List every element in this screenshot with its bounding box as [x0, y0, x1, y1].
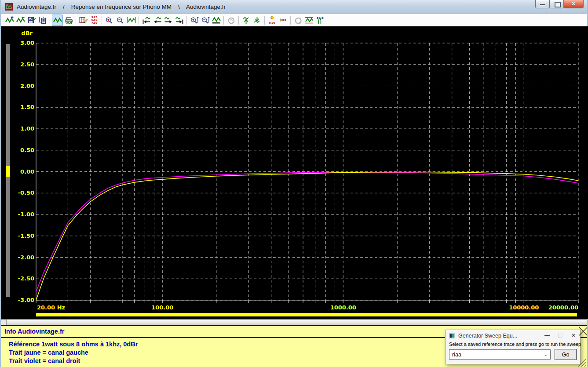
save-trace-button[interactable] — [26, 15, 37, 26]
dialog-title-bar[interactable]: Generator Sweep Equ... — ▢ ✕ — [446, 330, 580, 341]
save-trace-icon — [27, 16, 37, 25]
generator-sweep-dialog: Generator Sweep Equ... — ▢ ✕ Select a sa… — [445, 330, 581, 364]
arrows-inward-icon — [278, 16, 288, 25]
dialog-app-icon — [449, 333, 455, 338]
toolbar-separator — [50, 16, 50, 25]
x-axis-label: 10000.00 — [509, 304, 539, 311]
show-values-button[interactable]: 3.25 5.60 7.00 — [89, 15, 100, 26]
copy-icon — [38, 16, 47, 25]
close-button[interactable] — [563, 0, 584, 8]
limit-lines-button[interactable] — [303, 15, 314, 26]
y-axis-label: 2.00 — [10, 83, 34, 89]
cursor-readout-button[interactable]: 0.00 — [267, 15, 278, 26]
wave-limits-icon — [304, 16, 314, 25]
pan-last-button[interactable] — [174, 15, 185, 26]
x-axis-label: 100.00 — [151, 304, 173, 311]
wave-first-icon — [142, 16, 151, 25]
go-button[interactable]: Go — [555, 349, 577, 360]
x-axis-label: 20000.00 — [548, 304, 578, 311]
toolbar-separator — [139, 16, 139, 25]
y-axis-label: -2.00 — [10, 254, 34, 261]
chevron-down-icon[interactable]: ⌄ — [544, 352, 548, 357]
toolbar-separator — [76, 16, 76, 25]
zoom-y-in-icon — [190, 16, 199, 25]
y-axis-label: 3.00 — [10, 40, 34, 46]
pan-right-button[interactable] — [163, 15, 174, 26]
info-panel-text: Référence 1watt sous 8 ohms à 1khz, 0dBr… — [9, 340, 138, 365]
toolbar: 3.25 5.60 7.00 0.00 — [1, 14, 587, 26]
title-bar: Audiovintage.fr / Réponse en fréquence s… — [1, 0, 587, 14]
dialog-close-button[interactable]: ✕ — [567, 330, 580, 341]
sweep-cursor-icon — [315, 16, 325, 25]
edit-data-button[interactable] — [78, 15, 89, 26]
toolbar-separator — [238, 16, 239, 25]
info-line-reference: Référence 1watt sous 8 ohms à 1khz, 0dBr — [9, 340, 138, 349]
info-line-yellow-trace: Trait jaune = canal gauche — [9, 349, 138, 357]
rotate-button — [226, 15, 237, 26]
wave-last-icon — [175, 16, 184, 25]
cursor-plus-icon — [267, 15, 277, 22]
x-axis-label: 20.00 Hz — [37, 304, 65, 311]
show-values-button-caption: 3.25 5.60 7.00 — [91, 16, 98, 24]
y-axis-label: 0.00 — [10, 168, 34, 175]
pan-first-button[interactable] — [141, 15, 152, 26]
wave-down-icon — [252, 16, 262, 25]
frequency-response-plot — [1, 26, 588, 319]
y-axis-label: 1.00 — [10, 125, 34, 132]
zoom-in-button[interactable] — [104, 15, 115, 26]
zoom-out-icon — [116, 16, 125, 25]
restore-button[interactable] — [549, 0, 564, 8]
print-icon — [64, 16, 73, 25]
copy-button[interactable] — [37, 15, 48, 26]
horizontal-scrollbar[interactable] — [1, 319, 587, 325]
edit-table-icon — [79, 16, 88, 25]
shift-down-button[interactable] — [252, 15, 263, 26]
zoom-y-in-button[interactable] — [189, 15, 200, 26]
toolbar-separator — [223, 16, 224, 25]
zoom-y-out-button[interactable] — [200, 15, 211, 26]
display-trace-button[interactable] — [52, 15, 63, 26]
zoom-out-button[interactable] — [115, 15, 126, 26]
redo-button — [292, 15, 303, 26]
print-trace-button[interactable] — [63, 15, 74, 26]
info-line-violet-trace: Trait violet = canal droit — [9, 357, 138, 365]
chart-area[interactable]: dBr 3.002.502.001.501.000.500.00-0.50-1.… — [1, 26, 588, 319]
zoom-y-out-icon — [201, 16, 210, 25]
dialog-title: Generator Sweep Equ... — [458, 333, 541, 339]
trace-right-channel — [36, 172, 578, 292]
zoom-in-icon — [105, 16, 114, 25]
markers-button[interactable] — [278, 15, 289, 26]
pan-left-button[interactable] — [152, 15, 163, 26]
y-axis-label: -2.50 — [10, 275, 34, 282]
wave-icon — [53, 16, 62, 25]
wave-bounded-icon — [127, 16, 136, 25]
dialog-maximize-button: ▢ — [554, 330, 567, 341]
info-panel-close-icon[interactable] — [579, 327, 588, 336]
shift-up-button[interactable] — [241, 15, 252, 26]
sweep-cursor-button[interactable] — [314, 15, 325, 26]
y-axis-label: -1.50 — [10, 233, 34, 239]
toolbar-separator — [290, 16, 291, 25]
y-axis-label: 1.50 — [10, 104, 34, 110]
trace-subtract-icon — [16, 16, 26, 25]
minimize-button[interactable] — [535, 0, 550, 8]
level-meter-marker — [6, 166, 10, 177]
autoscale-button[interactable] — [211, 15, 222, 26]
y-axis-label: -0.50 — [10, 189, 34, 196]
wave-left-icon — [153, 16, 162, 25]
subtract-trace-button[interactable] — [15, 15, 26, 26]
fit-trace-button[interactable] — [126, 15, 137, 26]
reference-trace-combobox[interactable]: riaa ⌄ — [449, 349, 551, 360]
window-title: Audiovintage.fr / Réponse en fréquence s… — [17, 4, 226, 10]
trace-add-icon — [5, 16, 15, 25]
y-axis-label: -1.00 — [10, 211, 34, 218]
y-axis-label: 2.50 — [10, 61, 34, 68]
sweep-progress-bar — [36, 313, 577, 316]
dialog-minimize-button[interactable]: — — [541, 330, 554, 341]
level-meter — [6, 44, 10, 297]
cursor-readout-button-caption: 0.00 — [269, 22, 275, 24]
toolbar-separator — [102, 16, 102, 25]
toolbar-separator — [186, 16, 187, 25]
x-axis-label: 1000.00 — [330, 304, 356, 311]
add-trace-button[interactable] — [4, 15, 15, 26]
